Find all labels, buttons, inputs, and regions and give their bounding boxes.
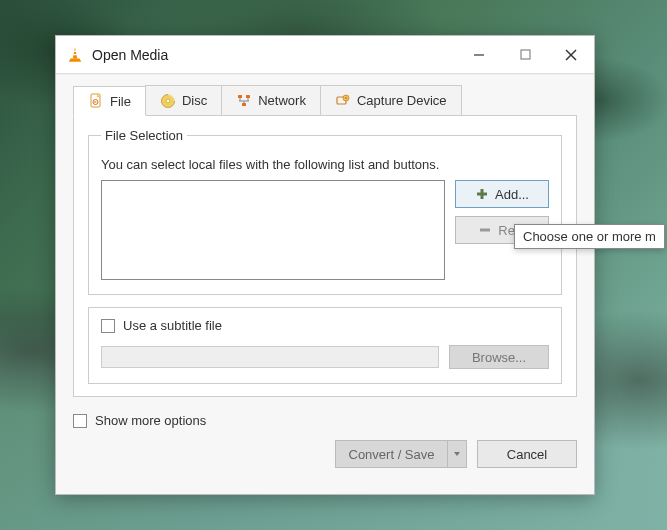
chevron-down-icon	[453, 450, 461, 458]
tooltip-text: Choose one or more m	[523, 229, 656, 244]
vlc-cone-icon	[66, 46, 84, 64]
plus-icon	[475, 187, 489, 201]
subtitle-group: Use a subtitle file Browse...	[88, 307, 562, 384]
svg-rect-0	[73, 50, 76, 51]
window-controls	[456, 36, 594, 73]
tab-disc[interactable]: Disc	[145, 85, 222, 115]
cancel-button[interactable]: Cancel	[477, 440, 577, 468]
file-selection-hint: You can select local files with the foll…	[101, 157, 549, 172]
button-label: Browse...	[472, 350, 526, 365]
window-title: Open Media	[92, 47, 456, 63]
dialog-footer: Convert / Save Cancel	[73, 434, 577, 468]
maximize-button[interactable]	[502, 36, 548, 73]
svg-rect-14	[242, 103, 246, 106]
tab-capture[interactable]: Capture Device	[320, 85, 462, 115]
tab-file[interactable]: File	[73, 86, 146, 116]
browse-button: Browse...	[449, 345, 549, 369]
tab-label: File	[110, 94, 131, 109]
button-label: Convert / Save	[349, 447, 435, 462]
capture-icon	[335, 93, 351, 109]
tab-strip: File Disc	[73, 85, 577, 115]
minus-icon	[478, 223, 492, 237]
file-list[interactable]	[101, 180, 445, 280]
svg-rect-13	[246, 95, 250, 98]
add-button-tooltip: Choose one or more m	[514, 224, 665, 249]
show-more-options-checkbox[interactable]	[73, 414, 87, 428]
file-selection-group: File Selection You can select local file…	[88, 128, 562, 295]
svg-rect-1	[73, 53, 78, 54]
close-button[interactable]	[548, 36, 594, 73]
subtitle-checkbox[interactable]	[101, 319, 115, 333]
network-icon	[236, 93, 252, 109]
convert-save-splitbutton: Convert / Save	[335, 440, 467, 468]
tab-label: Network	[258, 93, 306, 108]
svg-rect-12	[238, 95, 242, 98]
button-label: Cancel	[507, 447, 547, 462]
subtitle-checkbox-label: Use a subtitle file	[123, 318, 222, 333]
tab-label: Capture Device	[357, 93, 447, 108]
disc-icon	[160, 93, 176, 109]
file-selection-legend: File Selection	[101, 128, 187, 143]
svg-marker-25	[454, 452, 460, 456]
open-media-dialog: Open Media File	[55, 35, 595, 495]
add-button[interactable]: Add...	[455, 180, 549, 208]
subtitle-path-input	[101, 346, 439, 368]
show-more-options-label: Show more options	[95, 413, 206, 428]
file-tab-panel: File Selection You can select local file…	[73, 115, 577, 397]
convert-save-dropdown[interactable]	[447, 440, 467, 468]
titlebar: Open Media	[56, 36, 594, 74]
dialog-content: File Disc	[56, 74, 594, 494]
button-label: Add...	[495, 187, 529, 202]
show-more-options-row: Show more options	[73, 413, 577, 428]
svg-point-11	[166, 99, 170, 103]
tab-label: Disc	[182, 93, 207, 108]
minimize-button[interactable]	[456, 36, 502, 73]
svg-point-21	[345, 97, 347, 99]
svg-rect-3	[521, 50, 530, 59]
convert-save-button[interactable]: Convert / Save	[335, 440, 447, 468]
file-icon	[88, 93, 104, 109]
tab-network[interactable]: Network	[221, 85, 321, 115]
